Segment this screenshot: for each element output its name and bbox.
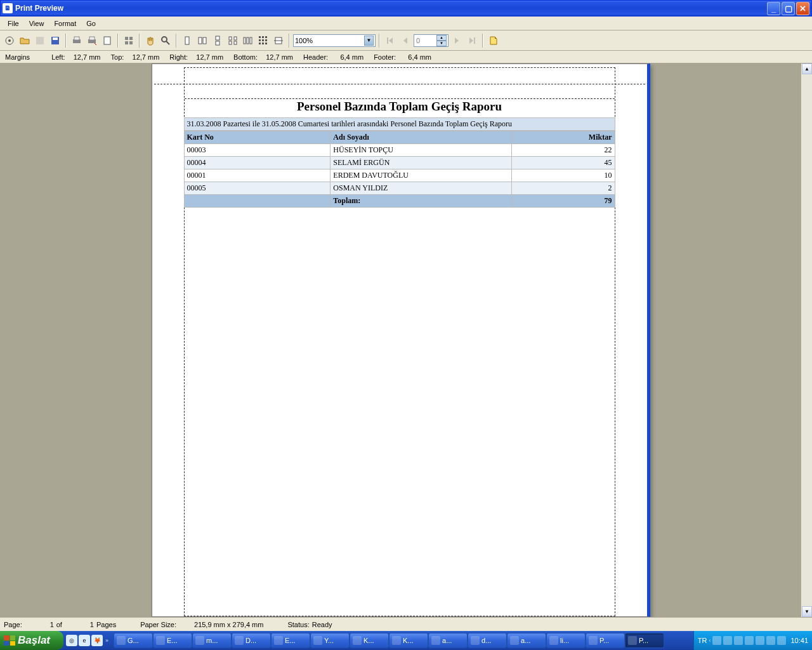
taskbar-item[interactable]: D... [232, 633, 271, 648]
taskbar-item[interactable]: P... [625, 633, 664, 648]
close-preview-button[interactable] [487, 34, 501, 48]
report-title: Personel Bazında Toplam Geçiş Raporu [184, 100, 615, 114]
page-spinner[interactable]: ▲▼ [414, 34, 449, 47]
close-button[interactable]: ✕ [796, 2, 809, 15]
table-row: 00005 OSMAN YILDIZ 2 [184, 182, 615, 195]
toolbar: 100% ▼ ▲▼ [0, 30, 812, 51]
language-indicator[interactable]: TR [698, 637, 707, 644]
tray-icon[interactable] [712, 636, 721, 645]
col-adi: Adı Soyadı [331, 131, 511, 144]
menu-file[interactable]: File [3, 18, 24, 29]
page-setup-button[interactable] [100, 34, 114, 48]
hand-tool-button[interactable] [143, 34, 157, 48]
tray-icon[interactable] [766, 636, 775, 645]
left-label: Left: [51, 53, 65, 61]
taskbar-item-label: K... [363, 637, 374, 644]
preview-canvas[interactable]: Personel Bazında Toplam Geçiş Raporu 31.… [0, 63, 801, 617]
print-button[interactable] [70, 34, 84, 48]
svg-rect-19 [203, 37, 206, 44]
report-table: Kart No Adı Soyadı Miktar 00003 HÜSEYİN … [184, 131, 615, 208]
fit-width-button[interactable] [272, 34, 285, 48]
taskbar-item[interactable]: E... [271, 633, 310, 648]
bottom-value: 12,7 mm [263, 53, 293, 61]
svg-rect-39 [387, 37, 388, 44]
many-pages-button[interactable] [256, 34, 270, 48]
top-label: Top: [111, 53, 124, 61]
svg-rect-14 [129, 41, 133, 44]
menu-view[interactable]: View [24, 18, 49, 29]
save-button[interactable] [48, 34, 62, 48]
svg-rect-13 [125, 41, 128, 44]
svg-line-16 [166, 41, 169, 44]
continuous-button[interactable] [211, 34, 225, 48]
page-number-input[interactable] [414, 37, 436, 44]
col-miktar: Miktar [511, 131, 615, 144]
scroll-up-button[interactable]: ▲ [802, 63, 812, 74]
tray-icon[interactable] [745, 636, 754, 645]
quick-launch: ◎ e 🦊 » [63, 631, 112, 650]
bottom-label: Bottom: [233, 53, 258, 61]
taskbar-item[interactable]: li... [546, 633, 586, 648]
taskbar-item[interactable]: E... [153, 633, 192, 648]
status-paper-value: 215,9 mm x 279,4 mm [194, 621, 263, 628]
quick-launch-icon[interactable]: 🦊 [91, 635, 103, 646]
magnifier-button[interactable] [159, 34, 173, 48]
maximize-button[interactable]: ▢ [782, 2, 795, 15]
taskbar-item[interactable]: K... [350, 633, 389, 648]
taskbar-item[interactable]: K... [389, 633, 428, 648]
spin-down[interactable]: ▼ [436, 41, 447, 46]
open-button[interactable] [18, 34, 32, 48]
scroll-track[interactable] [802, 74, 812, 606]
multi-page-button-2[interactable] [241, 34, 255, 48]
taskbar-item[interactable]: P... [586, 633, 625, 648]
taskbar-item-label: G... [128, 637, 139, 644]
tray-icon[interactable] [756, 636, 764, 645]
tray-icon[interactable] [723, 636, 732, 645]
table-total-row: Toplam: 79 [184, 195, 615, 208]
svg-rect-40 [474, 37, 475, 44]
app-icon [549, 636, 558, 645]
quick-launch-icon[interactable]: e [79, 635, 90, 646]
taskbar-item[interactable]: a... [507, 633, 546, 648]
menu-format[interactable]: Format [49, 18, 81, 29]
col-kartno: Kart No [184, 131, 331, 144]
taskbar-item[interactable]: G... [114, 633, 153, 648]
start-button[interactable]: Başlat [0, 631, 63, 650]
taskbar-item[interactable]: d... [468, 633, 507, 648]
header-value: 6,4 mm [333, 53, 363, 61]
zoom-combo[interactable]: 100% ▼ [293, 34, 376, 47]
taskbar-item[interactable]: m... [192, 633, 232, 648]
taskbar-item[interactable]: Y... [310, 633, 350, 648]
chevron-down-icon[interactable]: ▼ [364, 36, 374, 46]
svg-rect-25 [234, 41, 237, 44]
one-page-button[interactable] [180, 34, 194, 48]
design-button[interactable] [3, 34, 16, 48]
spin-up[interactable]: ▲ [436, 35, 447, 41]
quick-launch-icon[interactable]: ◎ [66, 635, 77, 646]
vertical-scrollbar[interactable]: ▲ ▼ [801, 63, 812, 617]
svg-rect-8 [89, 37, 95, 40]
quick-launch-more[interactable]: » [104, 637, 110, 644]
svg-rect-32 [259, 39, 261, 41]
taskbar-item-label: Y... [324, 637, 334, 644]
svg-rect-12 [129, 37, 133, 40]
clock[interactable]: 10:41 [790, 637, 808, 644]
tray-icon[interactable] [734, 636, 743, 645]
minimize-button[interactable]: _ [767, 2, 780, 15]
taskbar-item-label: P... [639, 637, 648, 644]
report-subtitle: 31.03.2008 Pazartesi ile 31.05.2008 Cuma… [184, 117, 615, 131]
status-status-label: Status: [287, 621, 309, 628]
svg-rect-11 [125, 37, 128, 40]
status-page-label: Page: [4, 621, 22, 628]
multi-page-button-1[interactable] [226, 34, 240, 48]
scroll-down-button[interactable]: ▼ [802, 606, 812, 617]
two-pages-button[interactable] [195, 34, 209, 48]
menu-go[interactable]: Go [81, 18, 101, 29]
tray-expand-icon[interactable]: ‹ [709, 637, 710, 644]
scale-button[interactable] [122, 34, 136, 48]
taskbar-item[interactable]: a... [428, 633, 468, 648]
tray-icon[interactable] [777, 636, 786, 645]
app-icon [274, 636, 283, 645]
quick-print-button[interactable] [85, 34, 99, 48]
svg-rect-23 [234, 37, 237, 40]
